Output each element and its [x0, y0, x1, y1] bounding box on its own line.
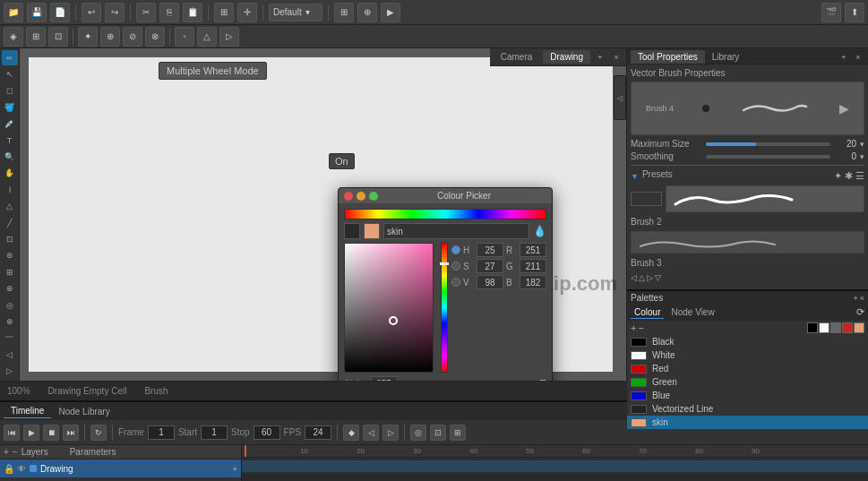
tl-stop-icon[interactable]: ⏹: [43, 425, 59, 441]
preset-next-icon[interactable]: ▷: [647, 273, 653, 282]
tl-tab-timeline[interactable]: Timeline: [4, 404, 51, 418]
palette-item-vectorized[interactable]: Vectorized Line: [627, 402, 868, 416]
select-tool[interactable]: ↖: [2, 66, 18, 82]
tab-tool-properties[interactable]: Tool Properties: [631, 50, 705, 64]
save-icon[interactable]: 💾: [27, 3, 47, 22]
layer-lock-icon[interactable]: 🔒: [4, 464, 14, 474]
tab-library[interactable]: Library: [705, 50, 747, 64]
tl-tab-nodelibrary[interactable]: Node Library: [51, 405, 116, 418]
zoom-tool[interactable]: 🔍: [2, 149, 18, 164]
h-value-input[interactable]: [477, 243, 503, 257]
line-tool[interactable]: ╱: [2, 215, 18, 230]
cut-icon[interactable]: ✂: [136, 3, 156, 22]
brush-tool[interactable]: ✏: [2, 50, 18, 65]
palette-close-icon[interactable]: ×: [860, 294, 864, 303]
alpha-value-input[interactable]: [371, 376, 398, 381]
tl-key-icon[interactable]: ◆: [343, 425, 359, 441]
transform-tool[interactable]: ⊕: [2, 280, 18, 296]
transform-icon[interactable]: ⊞: [214, 3, 234, 22]
move-icon[interactable]: ✛: [237, 3, 257, 22]
right-panel-toggle[interactable]: ◁: [614, 75, 626, 120]
tl-fps-input[interactable]: [305, 425, 331, 440]
palette-tool-add-icon[interactable]: +: [631, 322, 636, 333]
preset-prev-icon[interactable]: ◁: [631, 273, 637, 282]
s-radio[interactable]: [451, 262, 460, 271]
preset-del-icon[interactable]: ✱: [845, 170, 853, 182]
g-value-input[interactable]: [520, 259, 546, 273]
offset-tool[interactable]: ⊗: [2, 314, 18, 329]
max-size-arrow-icon[interactable]: ▾: [860, 140, 864, 149]
tool-6-icon[interactable]: ⊘: [123, 27, 142, 47]
camera-icon[interactable]: 🎬: [821, 3, 841, 22]
max-size-slider[interactable]: [706, 142, 830, 146]
tl-loop-icon[interactable]: ↻: [90, 425, 107, 441]
mode-dropdown[interactable]: Default ▾: [269, 4, 322, 21]
hue-vertical-bar[interactable]: [441, 243, 448, 373]
collapse-left-icon[interactable]: ▷: [2, 363, 18, 379]
tl-prev-key-icon[interactable]: ◁: [363, 425, 379, 441]
preset-value-input[interactable]: [631, 192, 662, 206]
smoothing-slider[interactable]: [706, 155, 830, 159]
trail-tool[interactable]: 〰: [2, 331, 18, 346]
tl-start-input[interactable]: [201, 425, 228, 440]
preset-down-icon[interactable]: ▽: [655, 273, 661, 282]
tool-10-icon[interactable]: ▷: [219, 27, 239, 47]
snap-icon[interactable]: ⊕: [357, 3, 377, 22]
palette-item-blue[interactable]: Blue: [627, 389, 868, 402]
brush-next-icon[interactable]: ▶: [839, 101, 849, 116]
preset-up-icon[interactable]: △: [639, 273, 645, 282]
picker-maximize-button[interactable]: [369, 192, 378, 201]
node-tool[interactable]: ⊡: [2, 231, 18, 246]
preset-menu-icon[interactable]: ☰: [855, 170, 864, 182]
palette-item-red[interactable]: Red: [627, 362, 868, 375]
panel-add-icon[interactable]: +: [838, 51, 850, 64]
tl-frame-input[interactable]: [148, 425, 175, 440]
s-value-input[interactable]: [477, 259, 503, 273]
tool-9-icon[interactable]: △: [197, 27, 217, 47]
paint-tool[interactable]: 🪣: [2, 99, 18, 115]
v-value-input[interactable]: [477, 275, 503, 289]
eyedropper-tool[interactable]: 💉: [2, 116, 18, 132]
tool-5-icon[interactable]: ⊕: [100, 27, 120, 47]
new-icon[interactable]: 📄: [50, 3, 70, 22]
eraser-tool[interactable]: ◻: [2, 83, 18, 99]
pivot-tool[interactable]: ◎: [2, 297, 18, 313]
grid-icon[interactable]: ⊞: [334, 3, 354, 22]
color-name-input[interactable]: [383, 223, 529, 239]
swatch-white[interactable]: [819, 322, 829, 333]
palette-tool-del-icon[interactable]: −: [638, 322, 643, 333]
preset-add-icon[interactable]: ✦: [834, 170, 842, 182]
palette-refresh-icon[interactable]: ⟳: [856, 306, 864, 319]
v-radio[interactable]: [451, 278, 460, 287]
picker-minimize-button[interactable]: [357, 192, 365, 201]
swatch-black[interactable]: [807, 322, 818, 333]
eyedropper-small-icon[interactable]: 💧: [533, 225, 546, 237]
layer-vis-icon[interactable]: 👁: [17, 464, 26, 474]
tool-2-icon[interactable]: ⊞: [26, 27, 46, 47]
palette-item-green[interactable]: Green: [627, 375, 868, 389]
tl-next-key-icon[interactable]: ▷: [382, 425, 399, 441]
play-icon[interactable]: ▶: [381, 3, 400, 22]
layer-add-keyframe-icon[interactable]: +: [232, 464, 237, 474]
tl-play-icon[interactable]: ▶: [23, 425, 39, 441]
color-gradient-picker[interactable]: [344, 243, 434, 373]
tl-onion-icon[interactable]: ◎: [410, 425, 426, 441]
tl-fastforward-icon[interactable]: ⏭: [63, 425, 79, 441]
file-icon[interactable]: 📁: [4, 3, 23, 22]
copy-icon[interactable]: ⎘: [159, 3, 179, 22]
hue-bar-top[interactable]: [344, 209, 546, 219]
tab-drawing[interactable]: Drawing: [543, 50, 590, 64]
tl-render-icon[interactable]: ⊡: [430, 425, 446, 441]
expand-left-icon[interactable]: ◁: [2, 347, 18, 363]
palette-add-icon[interactable]: +: [853, 294, 857, 303]
picker-close-button[interactable]: [344, 192, 353, 201]
export-icon[interactable]: ⬆: [845, 3, 864, 22]
panel-close-icon[interactable]: ×: [852, 51, 864, 64]
bone-tool[interactable]: ⊛: [2, 248, 18, 263]
tl-rewind-icon[interactable]: ⏮: [4, 425, 20, 441]
palette-item-skin[interactable]: skin: [627, 416, 868, 429]
canvas-expand-icon[interactable]: +: [594, 51, 606, 64]
tool-1-icon[interactable]: ◈: [4, 27, 23, 47]
palette-item-black[interactable]: Black: [627, 335, 868, 348]
hand-tool[interactable]: ✋: [2, 166, 18, 181]
